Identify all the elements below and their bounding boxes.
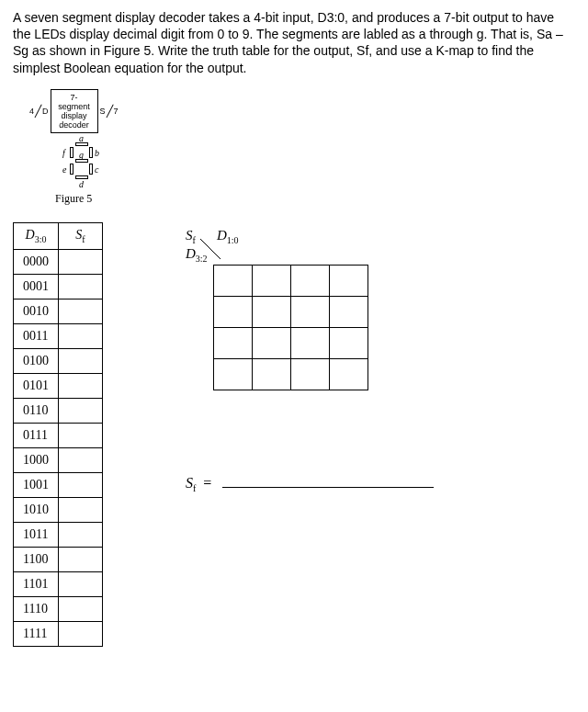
kmap-grid (213, 265, 368, 390)
equals-sign: = (203, 475, 211, 491)
table-row: 1011 (14, 522, 103, 547)
input-label: D (42, 107, 49, 116)
kmap-container: Sf D1:0 D3:2 Sf = (186, 222, 434, 647)
seg-f-label: f (62, 148, 65, 158)
table-row: 1111 (14, 621, 103, 646)
bus-slash-in: ╱ (35, 105, 41, 118)
equation-line: Sf = (186, 475, 434, 493)
table-row: 1000 (14, 447, 103, 472)
seg-b-label: b (95, 148, 99, 158)
answer-blank (222, 475, 434, 488)
table-row: 0110 (14, 398, 103, 423)
truth-table-container: D3:0 Sf 0000 0001 0010 0011 0100 0101 01… (13, 222, 103, 647)
seg-e-label: e (62, 164, 66, 175)
output-label: S (100, 107, 106, 116)
seg-d-label: d (79, 179, 84, 189)
col-header-sf: Sf (59, 222, 103, 249)
table-row: 0001 (14, 274, 103, 299)
seg-a-label: a (79, 133, 84, 143)
seven-segment-diagram: a f b g e c d (66, 142, 99, 185)
table-row: 0100 (14, 348, 103, 373)
table-row: 0101 (14, 373, 103, 398)
truth-table: D3:0 Sf 0000 0001 0010 0011 0100 0101 01… (13, 222, 103, 647)
block-text-2: display (55, 111, 94, 120)
table-row: 0010 (14, 299, 103, 323)
table-row: 1101 (14, 571, 103, 596)
svg-line-0 (200, 239, 220, 259)
kmap-sf-label: Sf (186, 228, 196, 245)
table-row: 1110 (14, 596, 103, 621)
table-row: 1100 (14, 547, 103, 571)
block-text-3: decoder (55, 120, 94, 130)
table-row: 0000 (14, 249, 103, 274)
figure-caption: Figure 5 (55, 192, 575, 206)
output-bits: 7 (114, 107, 119, 116)
equation-lhs: Sf (186, 475, 196, 491)
col-header-d: D3:0 (14, 222, 59, 249)
bus-slash-out: ╱ (107, 105, 113, 118)
seg-c-label: c (95, 164, 98, 175)
block-text-1: 7-segment (55, 93, 94, 111)
table-row: 1001 (14, 472, 103, 497)
table-row: 1010 (14, 497, 103, 522)
input-bits: 4 (29, 107, 34, 116)
table-row: 0111 (14, 423, 103, 447)
figure-5: 4 ╱ D 7-segment display decoder S ╱ 7 a … (29, 89, 575, 206)
seg-g-label: g (79, 150, 84, 160)
table-row: 0011 (14, 323, 103, 348)
kmap-diagonal (200, 239, 228, 266)
problem-statement: A seven segment display decoder takes a … (13, 9, 575, 76)
decoder-block: 7-segment display decoder (51, 89, 98, 133)
